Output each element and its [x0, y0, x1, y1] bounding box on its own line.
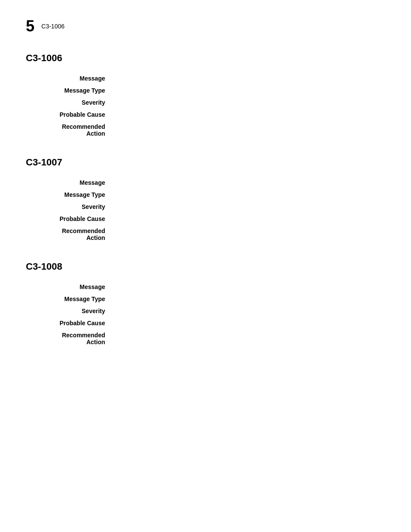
entry-c3-1008: C3-1008MessageMessage TypeSeverityProbab…: [26, 261, 385, 348]
table-row: Probable Cause: [26, 317, 385, 329]
entry-c3-1006: C3-1006MessageMessage TypeSeverityProbab…: [26, 53, 385, 140]
entry-c3-1008-field-label-2: Severity: [26, 305, 112, 317]
entry-c3-1008-field-label-4: RecommendedAction: [26, 329, 112, 348]
entry-c3-1007-field-label-2: Severity: [26, 201, 112, 213]
table-row: RecommendedAction: [26, 329, 385, 348]
entry-c3-1008-field-label-0: Message: [26, 281, 112, 293]
table-row: Message Type: [26, 84, 385, 96]
entry-c3-1008-field-value-4: [112, 329, 385, 348]
table-row: Message Type: [26, 293, 385, 305]
table-row: Severity: [26, 201, 385, 213]
entry-c3-1007-field-value-1: [112, 189, 385, 201]
entry-c3-1006-table: MessageMessage TypeSeverityProbable Caus…: [26, 72, 385, 140]
entry-c3-1006-field-value-0: [112, 72, 385, 84]
entry-c3-1007-table: MessageMessage TypeSeverityProbable Caus…: [26, 177, 385, 244]
entry-c3-1008-title: C3-1008: [26, 261, 385, 272]
entry-c3-1007-field-label-1: Message Type: [26, 189, 112, 201]
entry-c3-1008-field-value-1: [112, 293, 385, 305]
entry-c3-1008-field-value-3: [112, 317, 385, 329]
table-row: Severity: [26, 96, 385, 109]
table-row: Probable Cause: [26, 109, 385, 121]
entries-container: C3-1006MessageMessage TypeSeverityProbab…: [26, 53, 385, 348]
entry-c3-1006-field-label-0: Message: [26, 72, 112, 84]
entry-c3-1006-field-value-3: [112, 109, 385, 121]
entry-c3-1006-field-value-4: [112, 121, 385, 140]
entry-c3-1007-field-value-2: [112, 201, 385, 213]
page-header: 5 C3-1006: [26, 17, 385, 35]
entry-c3-1006-field-value-2: [112, 96, 385, 109]
table-row: RecommendedAction: [26, 121, 385, 140]
entry-c3-1007-field-value-0: [112, 177, 385, 189]
entry-c3-1007-field-value-3: [112, 213, 385, 225]
entry-c3-1006-title: C3-1006: [26, 53, 385, 64]
entry-c3-1008-field-value-0: [112, 281, 385, 293]
page-number: 5: [26, 17, 34, 35]
table-row: RecommendedAction: [26, 225, 385, 244]
entry-c3-1007-field-label-4: RecommendedAction: [26, 225, 112, 244]
entry-c3-1006-field-label-2: Severity: [26, 96, 112, 109]
entry-c3-1006-field-label-4: RecommendedAction: [26, 121, 112, 140]
entry-c3-1007-field-label-0: Message: [26, 177, 112, 189]
page-subtitle: C3-1006: [41, 23, 65, 30]
entry-c3-1006-field-label-1: Message Type: [26, 84, 112, 96]
entry-c3-1008-field-label-1: Message Type: [26, 293, 112, 305]
entry-c3-1007-field-label-3: Probable Cause: [26, 213, 112, 225]
table-row: Message: [26, 72, 385, 84]
entry-c3-1007: C3-1007MessageMessage TypeSeverityProbab…: [26, 157, 385, 244]
entry-c3-1007-title: C3-1007: [26, 157, 385, 168]
table-row: Probable Cause: [26, 213, 385, 225]
entry-c3-1006-field-label-3: Probable Cause: [26, 109, 112, 121]
entry-c3-1007-field-value-4: [112, 225, 385, 244]
entry-c3-1008-table: MessageMessage TypeSeverityProbable Caus…: [26, 281, 385, 348]
entry-c3-1008-field-label-3: Probable Cause: [26, 317, 112, 329]
entry-c3-1006-field-value-1: [112, 84, 385, 96]
table-row: Severity: [26, 305, 385, 317]
entry-c3-1008-field-value-2: [112, 305, 385, 317]
table-row: Message Type: [26, 189, 385, 201]
table-row: Message: [26, 177, 385, 189]
table-row: Message: [26, 281, 385, 293]
